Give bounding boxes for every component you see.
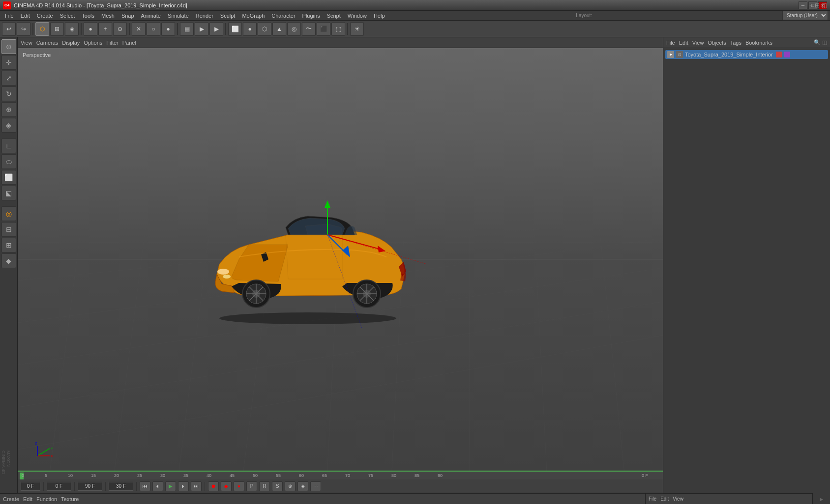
render-anim-button[interactable]: ▶ bbox=[195, 22, 208, 36]
rotate-tool-button[interactable]: ↻ bbox=[1, 86, 16, 101]
menu-tools[interactable]: Tools bbox=[79, 12, 97, 20]
texture-mode-button[interactable]: ⊞ bbox=[50, 22, 64, 36]
vp-menu-display[interactable]: Display bbox=[62, 40, 80, 46]
render-button[interactable]: ▶ bbox=[209, 22, 223, 36]
goto-start-button[interactable]: ⏮ bbox=[140, 481, 150, 491]
timeline-mode-points[interactable]: ◈ bbox=[297, 481, 308, 491]
mat-menu-function[interactable]: Function bbox=[36, 496, 57, 502]
null-object-button[interactable]: + bbox=[98, 22, 112, 36]
sphere-button[interactable]: ● bbox=[243, 22, 257, 36]
menu-plugins[interactable]: Plugins bbox=[299, 12, 323, 20]
layer-button[interactable]: ⊞ bbox=[1, 238, 16, 252]
vp-menu-view[interactable]: View bbox=[21, 40, 32, 46]
minimize-button[interactable]: ─ bbox=[799, 1, 807, 9]
scale-tool-button[interactable]: ⤢ bbox=[1, 71, 16, 85]
menu-file[interactable]: File bbox=[2, 12, 17, 20]
undo-button[interactable]: ↩ bbox=[2, 22, 16, 36]
soft-sel-button[interactable]: ⊟ bbox=[1, 222, 16, 237]
vp-menu-cameras[interactable]: Cameras bbox=[36, 40, 59, 46]
select-tool-button[interactable]: ⊙ bbox=[1, 39, 16, 54]
vp-camera-icon[interactable]: ◫ bbox=[822, 2, 827, 9]
bool3-button[interactable]: ● bbox=[161, 22, 175, 36]
auto-key-button[interactable]: ● bbox=[234, 481, 244, 491]
step-forward-button[interactable]: ⏵ bbox=[178, 481, 189, 491]
rp-menu-tags[interactable]: Tags bbox=[730, 40, 741, 46]
rp-menu-bookmarks[interactable]: Bookmarks bbox=[745, 40, 772, 46]
move-tool-button[interactable]: ✛ bbox=[1, 55, 16, 70]
paint-button[interactable]: ◈ bbox=[1, 118, 16, 133]
rp-menu-objects[interactable]: Objects bbox=[708, 40, 726, 46]
obj-header-edit[interactable]: Edit bbox=[660, 496, 669, 502]
rp-menu-view[interactable]: View bbox=[692, 40, 704, 46]
fps-input[interactable] bbox=[109, 482, 133, 491]
scene-item-toyota[interactable]: ▶ ⊡ Toyota_Supra_2019_Simple_Interior bbox=[665, 50, 828, 59]
menu-mesh[interactable]: Mesh bbox=[98, 12, 118, 20]
vp-menu-panel[interactable]: Panel bbox=[122, 40, 136, 46]
cone-button[interactable]: ▲ bbox=[272, 22, 286, 36]
menu-sculpt[interactable]: Sculpt bbox=[217, 12, 238, 20]
obj-header-file[interactable]: File bbox=[649, 496, 656, 502]
frame-end-input[interactable] bbox=[78, 482, 102, 491]
magnet-button[interactable]: ◎ bbox=[1, 206, 16, 221]
render-region-button[interactable]: ▤ bbox=[180, 22, 194, 36]
extrude-button[interactable]: ⬛ bbox=[317, 22, 330, 36]
vp-menu-filter[interactable]: Filter bbox=[106, 40, 118, 46]
play-button[interactable]: ▶ bbox=[165, 481, 176, 491]
layout-dropdown[interactable]: Startup (User) bbox=[782, 11, 828, 20]
timeline-mode-rot[interactable]: R bbox=[259, 481, 270, 491]
vp-maximize-icon[interactable]: + bbox=[809, 2, 813, 9]
timeline-mode-pos[interactable]: P bbox=[246, 481, 257, 491]
viewport-toolbar: View Cameras Display Options Filter Pane… bbox=[18, 37, 663, 48]
menu-snap[interactable]: Snap bbox=[119, 12, 137, 20]
knife-button[interactable]: ∟ bbox=[1, 139, 16, 153]
transform-button[interactable]: ⊕ bbox=[1, 102, 16, 117]
record-button[interactable]: ⏺ bbox=[208, 481, 219, 491]
menu-animate[interactable]: Animate bbox=[138, 12, 164, 20]
timeline-fcurve[interactable]: ⋯ bbox=[310, 481, 321, 491]
menu-select[interactable]: Select bbox=[57, 12, 78, 20]
menu-render[interactable]: Render bbox=[193, 12, 216, 20]
rp-menu-edit[interactable]: Edit bbox=[679, 40, 688, 46]
menu-create[interactable]: Create bbox=[34, 12, 56, 20]
cylinder-button[interactable]: ⬡ bbox=[258, 22, 271, 36]
vp-menu-options[interactable]: Options bbox=[84, 40, 102, 46]
timeline-mode-param[interactable]: ⊛ bbox=[285, 481, 296, 491]
mat-menu-create[interactable]: Create bbox=[3, 496, 19, 502]
menu-simulate[interactable]: Simulate bbox=[165, 12, 192, 20]
objects-button[interactable]: ● bbox=[84, 22, 97, 36]
loop-button[interactable]: ⬭ bbox=[1, 154, 16, 169]
menu-window[interactable]: Window bbox=[345, 12, 370, 20]
vp-layout-icon[interactable]: ⊞ bbox=[815, 2, 820, 9]
menu-character[interactable]: Character bbox=[268, 12, 298, 20]
bool2-button[interactable]: ○ bbox=[147, 22, 160, 36]
menu-help[interactable]: Help bbox=[371, 12, 388, 20]
attr-strip-btn[interactable]: ▶ bbox=[818, 495, 825, 504]
sculpt-mode-button[interactable]: ◈ bbox=[65, 22, 79, 36]
step-back-button[interactable]: ⏴ bbox=[152, 481, 163, 491]
frame-start-input[interactable] bbox=[47, 482, 71, 491]
tag-button[interactable]: ◆ bbox=[1, 253, 16, 268]
light-button[interactable]: ☀ bbox=[350, 22, 364, 36]
obj-header-view[interactable]: View bbox=[673, 496, 683, 502]
camera-button[interactable]: ⊙ bbox=[113, 22, 127, 36]
menu-mograph[interactable]: MoGraph bbox=[239, 12, 267, 20]
menu-edit[interactable]: Edit bbox=[18, 12, 33, 20]
torus-button[interactable]: ◎ bbox=[287, 22, 301, 36]
mat-menu-texture[interactable]: Texture bbox=[61, 496, 79, 502]
timeline-mode-scale[interactable]: S bbox=[272, 481, 283, 491]
cube-button[interactable]: ⬜ bbox=[228, 22, 242, 36]
rp-menu-file[interactable]: File bbox=[666, 40, 675, 46]
mat-menu-edit[interactable]: Edit bbox=[23, 496, 32, 502]
spline-button[interactable]: 〜 bbox=[302, 22, 316, 36]
goto-end-button[interactable]: ⏭ bbox=[191, 481, 202, 491]
deformer-button[interactable]: ⬚ bbox=[331, 22, 345, 36]
viewport[interactable]: Perspective bbox=[18, 48, 663, 471]
current-frame-input[interactable] bbox=[21, 482, 40, 491]
extrude-inner-button[interactable]: ⬜ bbox=[1, 170, 16, 185]
boole-button[interactable]: ✕ bbox=[132, 22, 146, 36]
redo-button[interactable]: ↪ bbox=[17, 22, 30, 36]
keyframe-button[interactable]: ◆ bbox=[221, 481, 232, 491]
bevel-button[interactable]: ⬕ bbox=[1, 186, 16, 200]
model-mode-button[interactable]: ⬡ bbox=[35, 22, 49, 36]
menu-script[interactable]: Script bbox=[324, 12, 344, 20]
